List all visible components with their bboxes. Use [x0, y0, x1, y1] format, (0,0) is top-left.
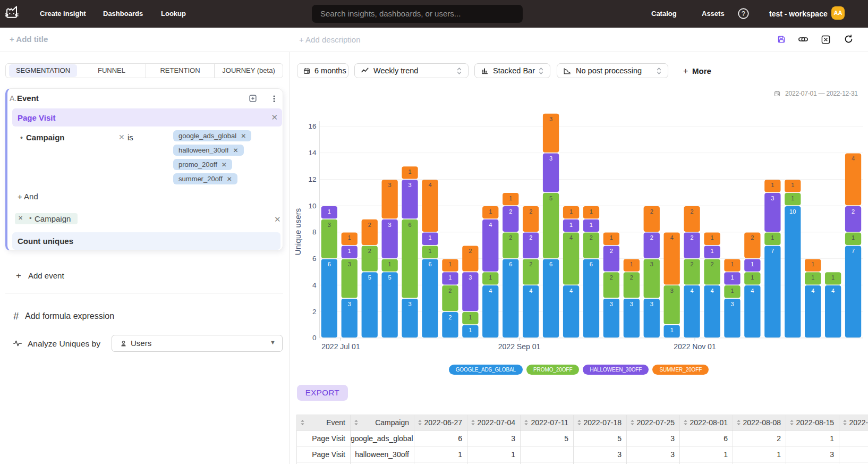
svg-text:3: 3 [348, 301, 351, 307]
svg-text:1: 1 [509, 195, 512, 201]
svg-text:1: 1 [590, 208, 593, 215]
svg-text:6: 6 [590, 261, 593, 267]
svg-text:6: 6 [409, 222, 412, 228]
svg-text:5: 5 [368, 274, 371, 281]
svg-text:1: 1 [569, 208, 573, 215]
svg-text:2: 2 [529, 234, 532, 241]
svg-text:2: 2 [630, 274, 633, 281]
svg-text:3: 3 [348, 261, 351, 267]
svg-text:2: 2 [691, 208, 694, 215]
svg-text:4: 4 [428, 182, 431, 188]
svg-text:6: 6 [428, 261, 431, 267]
svg-text:4: 4 [489, 288, 492, 294]
svg-text:1: 1 [791, 195, 794, 201]
svg-text:10: 10 [308, 202, 316, 210]
svg-text:2: 2 [529, 208, 532, 215]
svg-text:4: 4 [312, 281, 317, 289]
svg-text:2: 2 [691, 234, 694, 241]
svg-text:2: 2 [529, 261, 532, 267]
svg-text:3: 3 [730, 301, 734, 307]
svg-text:2: 2 [368, 248, 371, 254]
svg-text:1: 1 [348, 234, 351, 241]
svg-text:4: 4 [489, 222, 492, 228]
svg-text:4: 4 [751, 288, 754, 294]
svg-text:4: 4 [670, 234, 674, 241]
svg-text:1: 1 [448, 274, 452, 281]
svg-text:1: 1 [670, 327, 674, 333]
svg-text:12: 12 [308, 175, 316, 183]
svg-text:2: 2 [650, 208, 653, 215]
svg-text:4: 4 [710, 288, 713, 294]
svg-text:3: 3 [328, 222, 331, 228]
svg-text:1: 1 [428, 234, 431, 241]
svg-text:1: 1 [771, 182, 774, 188]
svg-text:1: 1 [852, 234, 855, 241]
svg-text:1: 1 [610, 234, 613, 241]
svg-text:3: 3 [549, 116, 552, 122]
svg-text:3: 3 [409, 182, 412, 188]
svg-text:2: 2 [469, 248, 472, 254]
svg-text:1: 1 [831, 274, 835, 281]
svg-text:3: 3 [549, 155, 552, 162]
svg-text:8: 8 [312, 228, 317, 236]
svg-text:3: 3 [388, 222, 392, 228]
svg-text:6: 6 [549, 261, 552, 267]
svg-text:5: 5 [549, 195, 552, 201]
svg-text:1: 1 [348, 248, 351, 254]
svg-text:1: 1 [469, 327, 472, 333]
svg-text:2: 2 [610, 274, 613, 281]
svg-text:2: 2 [852, 208, 855, 215]
svg-text:3: 3 [650, 301, 653, 307]
svg-text:2022 Sep 01: 2022 Sep 01 [498, 342, 541, 351]
svg-text:7: 7 [771, 248, 774, 254]
svg-text:2: 2 [710, 261, 713, 267]
svg-text:1: 1 [811, 274, 814, 281]
svg-text:0: 0 [312, 334, 317, 342]
svg-text:1: 1 [428, 248, 431, 254]
svg-text:1: 1 [771, 234, 774, 241]
svg-text:2: 2 [650, 234, 653, 241]
svg-text:1: 1 [388, 261, 392, 267]
svg-text:3: 3 [771, 195, 774, 201]
svg-text:6: 6 [509, 261, 512, 267]
svg-text:2022 Jul 01: 2022 Jul 01 [321, 342, 360, 351]
svg-text:1: 1 [730, 274, 734, 281]
svg-text:2: 2 [312, 308, 317, 316]
svg-text:1: 1 [569, 222, 573, 228]
svg-text:2: 2 [610, 248, 613, 254]
svg-text:2: 2 [509, 208, 512, 215]
svg-text:1: 1 [730, 261, 734, 267]
svg-text:5: 5 [388, 274, 392, 281]
svg-text:4: 4 [691, 288, 694, 294]
svg-text:1: 1 [590, 222, 593, 228]
svg-text:1: 1 [328, 208, 331, 215]
svg-text:14: 14 [308, 149, 317, 157]
svg-text:1: 1 [630, 261, 633, 267]
svg-text:4: 4 [852, 155, 855, 162]
svg-text:1: 1 [811, 261, 814, 267]
svg-text:7: 7 [852, 248, 855, 254]
svg-text:1: 1 [791, 182, 794, 188]
svg-text:4: 4 [831, 288, 835, 294]
svg-text:1: 1 [469, 314, 472, 320]
svg-text:?: ? [742, 10, 745, 18]
svg-text:3: 3 [650, 261, 653, 267]
svg-text:2: 2 [509, 234, 512, 241]
svg-text:3: 3 [388, 182, 392, 188]
svg-text:4: 4 [569, 234, 573, 241]
svg-text:3: 3 [610, 301, 613, 307]
svg-text:1: 1 [489, 208, 492, 215]
svg-text:3: 3 [469, 274, 472, 281]
svg-text:6: 6 [328, 261, 331, 267]
svg-text:3: 3 [670, 288, 674, 294]
svg-text:16: 16 [308, 122, 316, 130]
svg-text:3: 3 [630, 301, 633, 307]
svg-text:1: 1 [751, 261, 754, 267]
svg-text:1: 1 [489, 274, 492, 281]
svg-text:2: 2 [691, 261, 694, 267]
svg-text:1: 1 [730, 288, 734, 294]
svg-text:1: 1 [751, 274, 754, 281]
svg-text:1: 1 [409, 168, 412, 175]
svg-text:1: 1 [710, 248, 713, 254]
svg-text:4: 4 [811, 288, 814, 294]
